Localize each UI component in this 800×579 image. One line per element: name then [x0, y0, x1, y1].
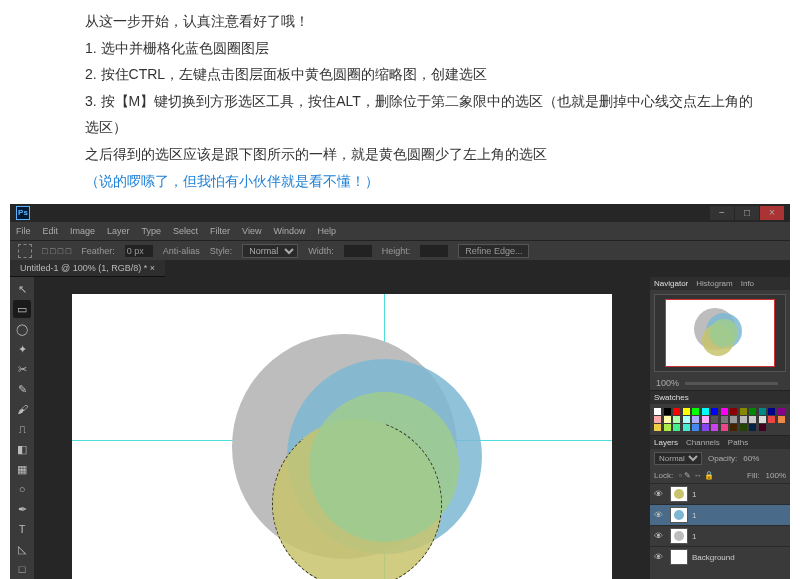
stamp-tool-icon[interactable]: ⎍: [13, 420, 31, 438]
swatch-cell[interactable]: [778, 408, 785, 415]
swatch-cell[interactable]: [664, 416, 671, 423]
canvas[interactable]: [72, 294, 612, 579]
swatch-cell[interactable]: [721, 416, 728, 423]
layer-thumbnail[interactable]: [670, 528, 688, 544]
swatch-cell[interactable]: [692, 424, 699, 431]
tab-histogram[interactable]: Histogram: [696, 279, 732, 288]
swatch-cell[interactable]: [740, 416, 747, 423]
layer-name[interactable]: Background: [692, 553, 735, 562]
swatch-cell[interactable]: [654, 416, 661, 423]
menu-image[interactable]: Image: [70, 226, 95, 236]
swatch-cell[interactable]: [673, 416, 680, 423]
swatch-cell[interactable]: [702, 408, 709, 415]
document-tab[interactable]: Untitled-1 @ 100% (1, RGB/8) * ×: [10, 260, 165, 277]
brush-tool-icon[interactable]: 🖌: [13, 400, 31, 418]
swatch-cell[interactable]: [673, 408, 680, 415]
visibility-eye-icon[interactable]: 👁: [654, 531, 666, 541]
text-tool-icon[interactable]: T: [13, 520, 31, 538]
eyedropper-tool-icon[interactable]: ✎: [13, 380, 31, 398]
layer-thumbnail[interactable]: [670, 486, 688, 502]
swatch-cell[interactable]: [702, 424, 709, 431]
layer-name[interactable]: 1: [692, 490, 696, 499]
swatch-cell[interactable]: [730, 424, 737, 431]
menu-filter[interactable]: Filter: [210, 226, 230, 236]
gradient-tool-icon[interactable]: ▦: [13, 460, 31, 478]
swatch-cell[interactable]: [778, 416, 785, 423]
menu-window[interactable]: Window: [273, 226, 305, 236]
swatch-cell[interactable]: [692, 416, 699, 423]
tab-navigator[interactable]: Navigator: [654, 279, 688, 288]
tab-swatches[interactable]: Swatches: [654, 393, 689, 402]
swatch-cell[interactable]: [673, 424, 680, 431]
shape-tool-icon[interactable]: □: [13, 560, 31, 578]
swatch-cell[interactable]: [711, 408, 718, 415]
swatch-cell[interactable]: [749, 416, 756, 423]
swatch-cell[interactable]: [711, 416, 718, 423]
swatch-cell[interactable]: [730, 408, 737, 415]
layer-row[interactable]: 👁1: [650, 504, 790, 525]
layer-thumbnail[interactable]: [670, 549, 688, 565]
crop-tool-icon[interactable]: ✂: [13, 360, 31, 378]
swatch-cell[interactable]: [740, 424, 747, 431]
refine-edge-button[interactable]: Refine Edge...: [458, 244, 529, 258]
marquee-tool-icon[interactable]: [18, 244, 32, 258]
swatch-cell[interactable]: [759, 416, 766, 423]
width-input[interactable]: [344, 245, 372, 257]
layer-row[interactable]: 👁1: [650, 483, 790, 504]
lasso-tool-icon[interactable]: ◯: [13, 320, 31, 338]
swatch-cell[interactable]: [768, 408, 775, 415]
feather-input[interactable]: [125, 245, 153, 257]
swatch-cell[interactable]: [664, 424, 671, 431]
path-tool-icon[interactable]: ◺: [13, 540, 31, 558]
swatch-cell[interactable]: [683, 408, 690, 415]
menu-type[interactable]: Type: [142, 226, 162, 236]
style-select[interactable]: Normal: [242, 244, 298, 258]
swatch-cell[interactable]: [683, 424, 690, 431]
swatch-cell[interactable]: [654, 408, 661, 415]
marquee-tool-icon[interactable]: ▭: [13, 300, 31, 318]
menu-select[interactable]: Select: [173, 226, 198, 236]
fill-value[interactable]: 100%: [766, 471, 786, 480]
swatch-cell[interactable]: [740, 408, 747, 415]
swatch-cell[interactable]: [759, 408, 766, 415]
swatch-cell[interactable]: [721, 408, 728, 415]
swatch-cell[interactable]: [702, 416, 709, 423]
layer-row[interactable]: 👁1: [650, 525, 790, 546]
nav-slider[interactable]: [685, 382, 778, 385]
pen-tool-icon[interactable]: ✒: [13, 500, 31, 518]
visibility-eye-icon[interactable]: 👁: [654, 552, 666, 562]
swatch-cell[interactable]: [759, 424, 766, 431]
menu-file[interactable]: File: [16, 226, 31, 236]
layer-name[interactable]: 1: [692, 511, 696, 520]
tab-info[interactable]: Info: [741, 279, 754, 288]
blend-mode-select[interactable]: Normal: [654, 452, 702, 465]
swatch-cell[interactable]: [692, 408, 699, 415]
blur-tool-icon[interactable]: ○: [13, 480, 31, 498]
navigator-preview[interactable]: [654, 294, 786, 372]
swatch-cell[interactable]: [664, 408, 671, 415]
opacity-value[interactable]: 60%: [743, 454, 759, 463]
visibility-eye-icon[interactable]: 👁: [654, 489, 666, 499]
layer-thumbnail[interactable]: [670, 507, 688, 523]
visibility-eye-icon[interactable]: 👁: [654, 510, 666, 520]
move-tool-icon[interactable]: ↖: [13, 280, 31, 298]
menu-layer[interactable]: Layer: [107, 226, 130, 236]
menu-edit[interactable]: Edit: [43, 226, 59, 236]
tab-paths[interactable]: Paths: [728, 438, 748, 447]
layer-name[interactable]: 1: [692, 532, 696, 541]
swatch-cell[interactable]: [711, 424, 718, 431]
layer-row[interactable]: 👁Background: [650, 546, 790, 567]
swatch-cell[interactable]: [721, 424, 728, 431]
swatch-cell[interactable]: [683, 416, 690, 423]
minimize-button[interactable]: −: [710, 206, 734, 220]
wand-tool-icon[interactable]: ✦: [13, 340, 31, 358]
menu-help[interactable]: Help: [317, 226, 336, 236]
eraser-tool-icon[interactable]: ◧: [13, 440, 31, 458]
menu-view[interactable]: View: [242, 226, 261, 236]
swatch-cell[interactable]: [768, 416, 775, 423]
swatch-cell[interactable]: [730, 416, 737, 423]
maximize-button[interactable]: □: [735, 206, 759, 220]
lock-icons[interactable]: ▫ ✎ ↔ 🔒: [679, 471, 714, 480]
swatch-cell[interactable]: [749, 408, 756, 415]
swatch-cell[interactable]: [749, 424, 756, 431]
